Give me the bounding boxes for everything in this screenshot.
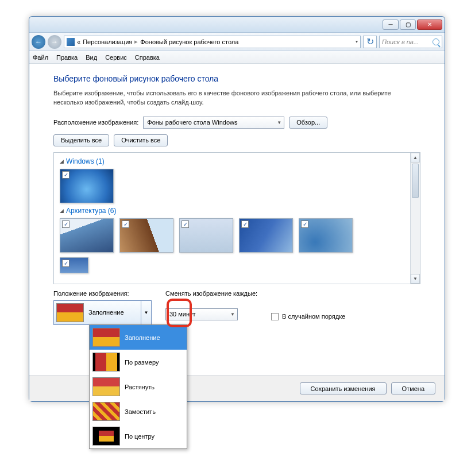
- menu-help[interactable]: Справка: [135, 54, 160, 61]
- position-dropdown-list: Заполнение По размеру Растянуть Замостит…: [89, 324, 187, 449]
- chevron-down-icon: ▼: [277, 120, 281, 125]
- interval-value: 30 минут: [169, 311, 196, 318]
- location-combo[interactable]: Фоны рабочего стола Windows ▼: [143, 117, 284, 129]
- fill-icon: [92, 328, 120, 347]
- menu-file[interactable]: Файл: [33, 54, 48, 61]
- thumbs: ✓: [60, 169, 404, 203]
- clear-all-button[interactable]: Очистить все: [114, 134, 168, 146]
- category-windows: ◢ Windows (1) ✓: [60, 157, 404, 203]
- fit-icon: [92, 353, 120, 371]
- expand-icon: ◢: [60, 208, 64, 214]
- thumbs: ✓: [60, 257, 404, 273]
- menu-view[interactable]: Вид: [86, 54, 97, 61]
- wallpaper-thumb[interactable]: ✓: [179, 218, 233, 253]
- menu-tools[interactable]: Сервис: [105, 54, 127, 61]
- position-label: Положение изображения:: [53, 290, 152, 297]
- select-all-button[interactable]: Выделить все: [53, 134, 109, 146]
- navbar: ← → « Персонализация ▸ Фоновый рисунок р…: [29, 33, 445, 51]
- cancel-button[interactable]: Отмена: [391, 382, 435, 394]
- forward-button[interactable]: →: [48, 35, 61, 49]
- breadcrumb-prev[interactable]: Персонализация: [83, 38, 132, 45]
- scroll-track[interactable]: [411, 199, 420, 274]
- menu-edit[interactable]: Правка: [56, 54, 78, 61]
- thumb-checkbox[interactable]: ✓: [241, 220, 249, 228]
- browse-button[interactable]: Обзор...: [289, 117, 327, 129]
- dropdown-item-label: Растянуть: [125, 384, 155, 390]
- thumb-checkbox[interactable]: ✓: [301, 220, 308, 228]
- location-row: Расположение изображения: Фоны рабочего …: [53, 117, 420, 129]
- chevron-down-icon: ▼: [230, 312, 235, 317]
- menubar: Файл Правка Вид Сервис Справка: [29, 51, 445, 64]
- scroll-thumb[interactable]: [412, 164, 419, 198]
- wallpaper-thumb[interactable]: ✓: [239, 218, 293, 253]
- category-architecture: ◢ Архитектура (6) ✓ ✓ ✓ ✓ ✓ ✓: [60, 207, 404, 273]
- category-header[interactable]: ◢ Windows (1): [60, 157, 404, 165]
- thumb-checkbox[interactable]: ✓: [62, 260, 70, 267]
- wallpaper-thumb[interactable]: ✓: [60, 218, 114, 253]
- scrollbar: ▲ ▼: [410, 153, 420, 284]
- refresh-button[interactable]: ↻: [363, 36, 377, 48]
- panel-body: ◢ Windows (1) ✓ ◢ Архитектура (6) ✓ ✓: [54, 153, 410, 284]
- search-placeholder: Поиск в па...: [382, 38, 419, 45]
- dropdown-item-fit[interactable]: По размеру: [90, 350, 187, 374]
- bottom-options: Положение изображения: Заполнение ▼ Смен…: [53, 290, 420, 325]
- thumb-checkbox[interactable]: ✓: [62, 171, 70, 179]
- expand-icon: ◢: [60, 158, 64, 164]
- thumbs: ✓ ✓ ✓ ✓ ✓: [60, 218, 404, 253]
- address-bar[interactable]: « Персонализация ▸ Фоновый рисунок рабоч…: [64, 36, 361, 48]
- wallpaper-thumb[interactable]: ✓: [60, 257, 88, 273]
- stretch-icon: [92, 377, 120, 396]
- location-value: Фоны рабочего стола Windows: [147, 119, 237, 126]
- position-dropdown[interactable]: Заполнение ▼: [53, 300, 152, 325]
- dropdown-item-label: По центру: [125, 433, 155, 440]
- dropdown-item-tile[interactable]: Замостить: [90, 399, 187, 424]
- random-checkbox[interactable]: [271, 313, 279, 320]
- scroll-down-button[interactable]: ▼: [411, 274, 420, 284]
- position-col: Положение изображения: Заполнение ▼: [53, 290, 152, 325]
- tile-icon: [92, 402, 120, 421]
- position-preview-icon: [56, 303, 84, 322]
- random-checkbox-row: В случайном порядке: [271, 308, 345, 325]
- breadcrumb-prefix: «: [77, 38, 80, 45]
- page-subtitle: Выберите изображение, чтобы использовать…: [53, 89, 420, 107]
- breadcrumb-sep-icon: ▸: [134, 38, 138, 45]
- change-label: Сменять изображение каждые:: [165, 290, 257, 297]
- search-icon: [433, 38, 439, 45]
- thumb-checkbox[interactable]: ✓: [182, 220, 189, 228]
- back-button[interactable]: ←: [32, 35, 45, 49]
- dropdown-item-center[interactable]: По центру: [90, 424, 187, 448]
- dropdown-item-label: Замостить: [125, 408, 156, 415]
- page-title: Выберите фоновый рисунок рабочего стола: [53, 74, 420, 83]
- control-panel-icon: [67, 38, 75, 46]
- wallpaper-thumb[interactable]: ✓: [60, 169, 114, 203]
- search-box[interactable]: Поиск в па...: [379, 36, 442, 48]
- position-value: Заполнение: [88, 309, 124, 316]
- center-icon: [92, 427, 120, 446]
- titlebar: ─ ▢ ✕: [29, 17, 445, 33]
- maximize-button[interactable]: ▢: [400, 20, 416, 30]
- change-col: Сменять изображение каждые: 30 минут ▼: [165, 290, 257, 325]
- address-dropdown-icon[interactable]: ▾: [356, 39, 358, 44]
- dropdown-item-label: По размеру: [125, 359, 159, 366]
- save-button[interactable]: Сохранить изменения: [300, 382, 387, 394]
- category-name: Windows (1): [66, 157, 105, 165]
- dropdown-item-fill[interactable]: Заполнение: [90, 325, 187, 350]
- wallpaper-panel: ◢ Windows (1) ✓ ◢ Архитектура (6) ✓ ✓: [53, 152, 420, 284]
- category-name: Архитектура (6): [66, 207, 117, 215]
- chevron-down-icon: ▼: [141, 301, 151, 324]
- dropdown-item-label: Заполнение: [125, 334, 160, 341]
- wallpaper-thumb[interactable]: ✓: [119, 218, 173, 253]
- minimize-button[interactable]: ─: [383, 20, 399, 30]
- wallpaper-thumb[interactable]: ✓: [299, 218, 353, 253]
- dropdown-item-stretch[interactable]: Растянуть: [90, 374, 187, 399]
- breadcrumb-current[interactable]: Фоновый рисунок рабочего стола: [140, 38, 238, 45]
- thumb-checkbox[interactable]: ✓: [122, 220, 129, 228]
- category-header[interactable]: ◢ Архитектура (6): [60, 207, 404, 215]
- select-row: Выделить все Очистить все: [53, 134, 420, 146]
- interval-combo[interactable]: 30 минут ▼: [165, 308, 238, 320]
- close-button[interactable]: ✕: [417, 20, 442, 30]
- location-label: Расположение изображения:: [53, 119, 138, 126]
- thumb-checkbox[interactable]: ✓: [62, 220, 70, 228]
- scroll-up-button[interactable]: ▲: [411, 153, 420, 162]
- content: Выберите фоновый рисунок рабочего стола …: [29, 64, 445, 325]
